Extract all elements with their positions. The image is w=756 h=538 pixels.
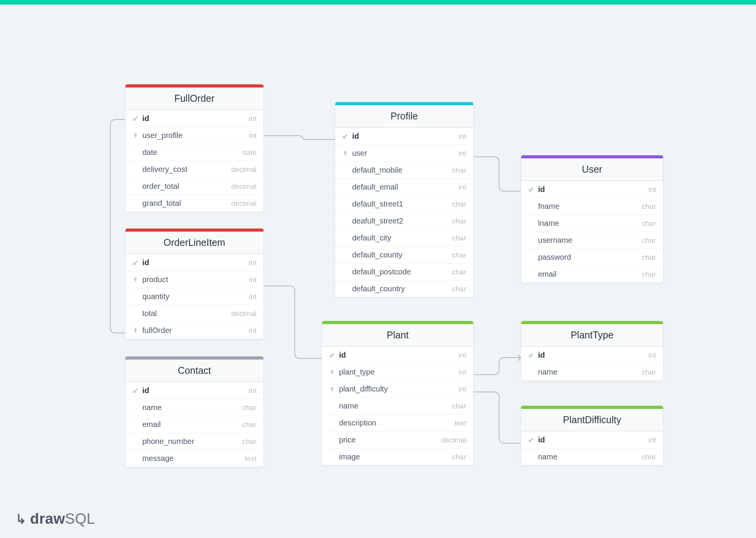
column-name: id [142, 386, 149, 395]
table-contact[interactable]: Contactidintnamecharemailcharphone_numbe… [125, 356, 264, 467]
table-row[interactable]: grand_totaldecimal [125, 195, 263, 212]
column-type: decimal [231, 182, 256, 191]
relationship-connector[interactable] [264, 286, 322, 358]
relationship-connector[interactable] [474, 157, 521, 191]
column-type: int [249, 387, 256, 395]
column-type: char [642, 253, 656, 262]
table-row[interactable]: messagetext [125, 450, 263, 467]
table-title[interactable]: PlantType [521, 324, 663, 346]
svg-point-6 [343, 136, 345, 138]
icon-spacer [132, 183, 138, 190]
table-row[interactable]: usernamechar [521, 232, 663, 249]
column-type: int [249, 276, 256, 284]
row-left: default_county [342, 251, 402, 259]
table-row[interactable]: order_totaldecimal [125, 178, 263, 195]
column-type: date [242, 148, 256, 157]
table-title[interactable]: OrderLineItem [125, 232, 263, 254]
table-row[interactable]: default_emailint [335, 178, 473, 195]
table-row[interactable]: plant_typeint [322, 363, 473, 380]
table-accent-bar [125, 84, 263, 87]
table-plant[interactable]: Plantidintplant_typeintplant_difficultyi… [322, 321, 474, 466]
table-title[interactable]: Plant [322, 324, 473, 346]
column-name: deafult_street2 [352, 217, 403, 225]
table-row[interactable]: idint [521, 346, 663, 363]
relationship-connector[interactable] [474, 392, 521, 443]
table-row[interactable]: descriptiontext [322, 414, 473, 431]
table-row[interactable]: idint [335, 128, 473, 145]
table-row[interactable]: default_street1char [335, 195, 473, 212]
logo-text-bold: draw [30, 511, 65, 527]
table-row[interactable]: phone_numberchar [125, 433, 263, 450]
table-row[interactable]: datedate [125, 144, 263, 161]
diagram-canvas[interactable]: FullOrderidintuser_profileintdatedatedel… [0, 5, 756, 538]
table-row[interactable]: user_profileint [125, 127, 263, 144]
row-left: price [329, 435, 356, 444]
table-row[interactable]: fullOrderint [125, 322, 263, 339]
table-fullorder[interactable]: FullOrderidintuser_profileintdatedatedel… [125, 84, 264, 212]
column-type: decimal [441, 436, 466, 444]
table-row[interactable]: default_postcodechar [335, 263, 473, 280]
column-type: char [642, 219, 656, 228]
table-row[interactable]: namechar [521, 363, 663, 380]
table-profile[interactable]: Profileidintuserintdefault_mobilechardef… [335, 102, 474, 298]
icon-spacer [329, 403, 335, 409]
column-type: char [242, 404, 256, 412]
table-title[interactable]: User [521, 158, 663, 181]
row-left: fullOrder [132, 326, 172, 335]
table-row[interactable]: pricedecimal [322, 431, 473, 448]
table-row[interactable]: idint [125, 382, 263, 399]
table-row[interactable]: idint [521, 181, 663, 198]
table-row[interactable]: default_citychar [335, 229, 473, 246]
relationship-connector[interactable] [264, 136, 335, 140]
relationship-connector[interactable] [474, 355, 521, 375]
table-accent-bar [521, 321, 663, 324]
table-row[interactable]: namechar [125, 399, 263, 416]
svg-point-5 [133, 390, 135, 392]
relationship-connector[interactable] [110, 119, 125, 333]
icon-spacer [342, 252, 348, 258]
column-type: char [452, 251, 466, 259]
table-title[interactable]: PlantDifficulty [521, 409, 663, 431]
table-row[interactable]: delivery_costdecimal [125, 161, 263, 178]
table-row[interactable]: default_countrychar [335, 280, 473, 297]
column-name: lname [538, 219, 559, 228]
table-row[interactable]: idint [125, 254, 263, 271]
svg-point-8 [330, 355, 332, 357]
table-row[interactable]: emailchar [125, 416, 263, 433]
table-row[interactable]: default_countychar [335, 246, 473, 263]
table-title[interactable]: Profile [335, 105, 473, 128]
icon-spacer [329, 420, 335, 426]
row-left: delivery_cost [132, 165, 187, 174]
primary-key-icon [528, 352, 534, 358]
table-row[interactable]: idint [322, 346, 473, 363]
svg-point-4 [135, 329, 137, 331]
table-row[interactable]: namechar [521, 448, 663, 465]
column-name: user [352, 149, 367, 158]
table-row[interactable]: quantityint [125, 288, 263, 305]
table-row[interactable]: emailchar [521, 266, 663, 282]
table-planttype[interactable]: PlantTypeidintnamechar [521, 321, 663, 381]
table-row[interactable]: idint [125, 110, 263, 127]
icon-spacer [342, 201, 348, 207]
table-row[interactable]: deafult_street2char [335, 212, 473, 229]
table-row[interactable]: lnamechar [521, 215, 663, 232]
row-left: id [132, 258, 149, 267]
table-user[interactable]: Useridintfnamecharlnamecharusernamecharp… [521, 155, 663, 283]
table-row[interactable]: plant_difficultyint [322, 380, 473, 397]
table-row[interactable]: fnamechar [521, 198, 663, 215]
table-plantdifficulty[interactable]: PlantDifficultyidintnamechar [521, 405, 663, 466]
table-row[interactable]: namechar [322, 397, 473, 414]
column-name: default_email [352, 183, 398, 192]
table-title[interactable]: Contact [125, 360, 263, 382]
table-title[interactable]: FullOrder [125, 87, 263, 110]
column-name: price [339, 435, 356, 444]
table-row[interactable]: default_mobilechar [335, 161, 473, 178]
table-row[interactable]: userint [335, 145, 473, 161]
table-row[interactable]: productint [125, 271, 263, 288]
table-row[interactable]: passwordchar [521, 249, 663, 266]
table-orderlineitem[interactable]: OrderLineItemidintproductintquantityintt… [125, 228, 264, 339]
table-row[interactable]: totaldecimal [125, 305, 263, 322]
table-row[interactable]: imagechar [322, 448, 473, 465]
table-row[interactable]: idint [521, 431, 663, 448]
icon-spacer [528, 254, 534, 261]
